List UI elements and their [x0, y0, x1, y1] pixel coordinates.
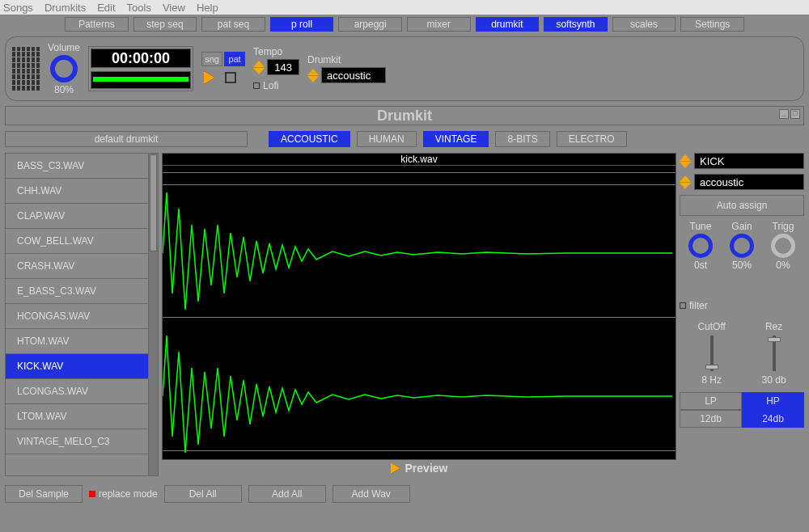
sample-item[interactable]: LTOM.WAV	[6, 404, 148, 429]
replace-mode-toggle[interactable]: replace mode	[89, 488, 158, 500]
category-vintage-button[interactable]: VINTAGE	[423, 131, 489, 147]
menu-edit[interactable]: Edit	[97, 2, 115, 14]
tab-settings[interactable]: Settings	[680, 17, 744, 32]
tab-mixer[interactable]: mixer	[407, 17, 471, 32]
volume-knob[interactable]	[50, 55, 78, 82]
menu-songs[interactable]: Songs	[3, 2, 33, 14]
filter-checkbox[interactable]	[680, 302, 686, 309]
arrow-down-icon	[253, 68, 265, 74]
slot-name-field[interactable]: KICK	[694, 153, 804, 169]
window-minimize-icon[interactable]: _	[779, 109, 789, 119]
cutoff-slider[interactable]	[710, 336, 714, 371]
sample-item[interactable]: HCONGAS.WAV	[6, 304, 148, 329]
sample-item[interactable]: COW_BELL.WAV	[6, 229, 148, 254]
slider-handle[interactable]	[768, 337, 781, 342]
menu-help[interactable]: Help	[197, 2, 218, 14]
filter-lp-button[interactable]: LP	[680, 392, 742, 410]
auto-assign-button[interactable]: Auto assign	[680, 195, 804, 216]
tab-step-seq[interactable]: step seq	[133, 17, 197, 32]
transport-bar: Volume 80% 00:00:00 sng pat Tempo 143 Lo…	[5, 36, 804, 101]
sample-item[interactable]: E_BASS_C3.WAV	[6, 279, 148, 304]
menu-drumkits[interactable]: Drumkits	[44, 2, 86, 14]
add-wav-button[interactable]: Add Wav	[332, 485, 410, 503]
add-all-button[interactable]: Add All	[248, 485, 326, 503]
section-title: Drumkit	[377, 108, 432, 125]
cutoff-label: CutOff	[697, 321, 725, 332]
tab-softsynth[interactable]: softsynth	[544, 17, 608, 32]
preview-button[interactable]: Preview	[162, 460, 676, 476]
replace-mode-label: replace mode	[99, 488, 158, 500]
menu-bar: Songs Drumkits Edit Tools View Help	[0, 0, 809, 15]
vu-meter	[12, 47, 40, 91]
rez-label: Rez	[765, 321, 782, 332]
category-human-button[interactable]: HUMAN	[357, 131, 417, 147]
sample-item[interactable]: KICK.WAV	[6, 354, 148, 379]
trigg-label: Trigg	[773, 221, 794, 232]
trigg-knob[interactable]	[771, 234, 795, 258]
sample-item[interactable]: BASS_C3.WAV	[6, 154, 148, 179]
gain-knob[interactable]	[730, 234, 754, 258]
menu-view[interactable]: View	[163, 2, 185, 14]
sample-item[interactable]: CLAP.WAV	[6, 204, 148, 229]
stop-button[interactable]	[222, 70, 239, 86]
scrollbar-thumb[interactable]	[150, 154, 157, 251]
drumkit-name-field[interactable]: default drumkit	[5, 131, 248, 147]
sample-list-scrollbar[interactable]	[148, 154, 158, 475]
arrow-down-icon	[680, 183, 691, 189]
slot-name-spin[interactable]	[680, 154, 691, 168]
tab-patterns[interactable]: Patterns	[65, 17, 129, 32]
drumkit-spin[interactable]	[307, 69, 319, 82]
arrow-down-icon	[307, 76, 319, 82]
filter-24db-button[interactable]: 24db	[742, 410, 804, 428]
cutoff-value: 8 Hz	[701, 374, 722, 386]
menu-tools[interactable]: Tools	[127, 2, 151, 14]
tempo-spin[interactable]	[253, 61, 265, 74]
bottom-toolbar: Del Sample replace mode Del All Add All …	[5, 483, 804, 505]
del-sample-button[interactable]: Del Sample	[5, 485, 83, 503]
sample-list: BASS_C3.WAVCHH.WAVCLAP.WAVCOW_BELL.WAVCR…	[5, 153, 159, 476]
song-position[interactable]	[91, 71, 191, 89]
category-electro-button[interactable]: ELECTRO	[557, 131, 627, 147]
tab-drumkit[interactable]: drumkit	[476, 17, 540, 32]
main-area: BASS_C3.WAVCHH.WAVCLAP.WAVCOW_BELL.WAVCR…	[5, 153, 804, 476]
rez-value: 30 db	[762, 374, 786, 386]
filter-label: filter	[689, 300, 708, 311]
tab-p-roll[interactable]: p roll	[270, 17, 334, 32]
tab-pat-seq[interactable]: pat seq	[201, 17, 265, 32]
drumkit-select-value[interactable]: accoustic	[321, 67, 386, 83]
tempo-label: Tempo	[253, 46, 299, 57]
sample-item[interactable]: VINTAGE_MELO_C3	[6, 429, 148, 454]
volume-label: Volume	[48, 42, 80, 53]
del-all-button[interactable]: Del All	[164, 485, 242, 503]
mode-sng-button[interactable]: sng	[201, 52, 222, 66]
wave-filename: kick.wav	[162, 153, 676, 166]
tab-scales[interactable]: scales	[612, 17, 676, 32]
category-8-bits-button[interactable]: 8-BITS	[495, 131, 549, 147]
sample-item[interactable]: HTOM.WAV	[6, 329, 148, 354]
filter-12db-button[interactable]: 12db	[680, 410, 742, 428]
tempo-value[interactable]: 143	[267, 59, 299, 75]
play-icon	[391, 462, 400, 474]
slot-kit-spin[interactable]	[680, 175, 691, 189]
arrow-up-icon	[680, 154, 691, 161]
sample-item[interactable]: CRASH.WAV	[6, 254, 148, 279]
volume-value: 80%	[54, 84, 74, 95]
play-button[interactable]	[201, 70, 218, 86]
rez-slider[interactable]	[773, 336, 776, 371]
time-box: 00:00:00	[88, 46, 193, 91]
category-row: default drumkit ACCOUSTICHUMANVINTAGE8-B…	[5, 129, 804, 150]
mode-pat-button[interactable]: pat	[224, 52, 245, 66]
trigg-value: 0%	[776, 260, 790, 271]
sample-item[interactable]: CHH.WAV	[6, 179, 148, 204]
filter-hp-button[interactable]: HP	[742, 392, 804, 410]
slider-handle[interactable]	[705, 365, 718, 369]
lofi-checkbox[interactable]	[253, 82, 260, 89]
window-maximize-icon[interactable]: □	[790, 109, 800, 119]
slot-kit-field[interactable]: accoustic	[694, 174, 804, 190]
tune-knob[interactable]	[688, 234, 713, 258]
category-accoustic-button[interactable]: ACCOUSTIC	[269, 131, 350, 147]
tab-arpeggi[interactable]: arpeggi	[338, 17, 402, 32]
sample-item[interactable]: LCONGAS.WAV	[6, 379, 148, 404]
section-title-bar: Drumkit _□	[5, 106, 804, 125]
waveform-display[interactable]	[162, 166, 676, 460]
